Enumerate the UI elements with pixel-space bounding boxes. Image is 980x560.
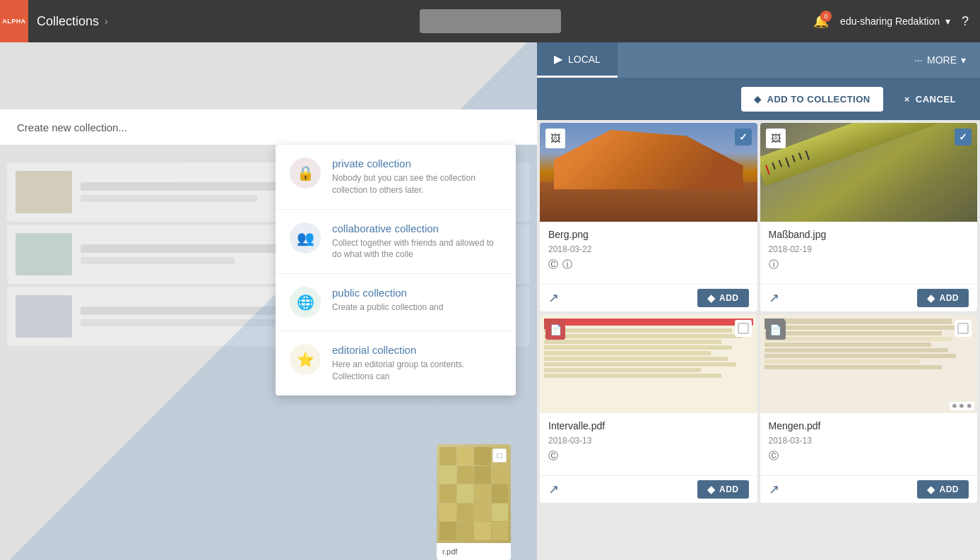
massband-info-icon: ⓘ <box>769 258 779 271</box>
collaborative-collection-text: collaborative collection Collect togethe… <box>332 222 502 261</box>
cancel-button[interactable]: × CANCEL <box>892 87 969 112</box>
berg-filename: Berg.png <box>548 229 749 240</box>
massband-date: 2018-02-19 <box>769 244 969 254</box>
partial-pdf-card: □ r.pdf <box>437 444 511 560</box>
berg-cc-icon: Ⓒ <box>548 258 558 271</box>
tab-more[interactable]: ··· MORE ▾ <box>900 42 980 78</box>
massband-add-icon: ◆ <box>927 292 935 304</box>
berg-img-icon: 🖼 <box>545 129 565 148</box>
dropdown-item-private[interactable]: 🔒 private collection Nobody but you can … <box>276 145 516 210</box>
intervalle-date: 2018-03-13 <box>548 436 749 446</box>
group-icon: 👥 <box>297 230 314 246</box>
add-collection-icon: ◆ <box>754 94 762 105</box>
mengen-date: 2018-03-13 <box>769 436 969 446</box>
star-icon: ⭐ <box>297 351 314 368</box>
dropdown-item-editorial[interactable]: ⭐ editorial collection Here an editorial… <box>276 331 516 395</box>
mengen-cc-icon: Ⓒ <box>769 450 779 463</box>
more-chevron-icon: ▾ <box>961 54 966 66</box>
berg-date: 2018-03-22 <box>548 244 749 254</box>
editorial-icon-circle: ⭐ <box>290 344 321 375</box>
collection-type-dropdown: 🔒 private collection Nobody but you can … <box>276 145 516 395</box>
massband-share-icon[interactable]: ↗ <box>769 290 779 306</box>
massband-add-label: ADD <box>940 293 960 303</box>
massband-checkbox[interactable] <box>955 129 972 145</box>
intervalle-add-label: ADD <box>719 484 739 494</box>
file-card-berg: 🖼 Berg.png 2018-03-22 Ⓒ ⓘ ↗ ◆ ADD <box>540 123 757 311</box>
create-new-collection-bar[interactable]: Create new collection... <box>0 109 537 145</box>
berg-info-icon: ⓘ <box>562 258 572 271</box>
public-collection-text: public collection Create a public collec… <box>332 287 443 314</box>
berg-add-icon: ◆ <box>707 292 716 304</box>
berg-add-button[interactable]: ◆ ADD <box>697 289 749 307</box>
intervalle-add-icon: ◆ <box>707 484 716 495</box>
mengen-add-label: ADD <box>940 484 960 494</box>
intervalle-checkbox[interactable] <box>735 320 752 337</box>
collaborative-icon-circle: 👥 <box>290 222 321 254</box>
file-grid: 🖼 Berg.png 2018-03-22 Ⓒ ⓘ ↗ ◆ ADD <box>537 120 980 560</box>
file-card-mengen: PDF ✱ ✱ ✱ 📄 Mengen.pdf 2018-03-13 Ⓒ ↗ ◆ … <box>760 314 978 503</box>
user-chevron-icon: ▾ <box>945 16 950 27</box>
mengen-img-icon: 📄 <box>766 320 786 340</box>
intervalle-cc-icon: Ⓒ <box>548 450 558 463</box>
left-panel: Create new collection... 🔒 private colle… <box>0 42 537 560</box>
user-name-label: edu-sharing Redaktion <box>840 16 940 27</box>
file-card-massband: 🖼 Maßband.jpg 2018-02-19 ⓘ ↗ ◆ ADD <box>760 123 978 311</box>
intervalle-add-button[interactable]: ◆ ADD <box>697 480 749 499</box>
breadcrumb-chevron: › <box>105 16 108 27</box>
massband-add-button[interactable]: ◆ ADD <box>917 289 969 307</box>
header-search-box[interactable] <box>420 9 561 33</box>
local-tab-label: LOCAL <box>568 54 601 65</box>
local-tab-icon: ▶ <box>554 52 562 66</box>
mengen-add-icon: ◆ <box>927 484 935 495</box>
app-title: Collections › <box>37 14 108 29</box>
public-icon-circle: 🌐 <box>290 287 321 318</box>
editorial-collection-text: editorial collection Here an editorial g… <box>332 344 502 383</box>
dropdown-item-public[interactable]: 🌐 public collection Create a public coll… <box>276 274 516 331</box>
add-collection-label: ADD TO COLLECTION <box>767 94 870 105</box>
lock-icon: 🔒 <box>297 165 314 181</box>
dropdown-item-collaborative[interactable]: 👥 collaborative collection Collect toget… <box>276 210 516 275</box>
intervalle-img-icon: 📄 <box>545 320 565 340</box>
massband-img-icon: 🖼 <box>766 129 786 148</box>
globe-icon: 🌐 <box>297 294 314 311</box>
partial-card-label: r.pdf <box>437 543 511 560</box>
intervalle-share-icon[interactable]: ↗ <box>548 482 559 497</box>
mengen-checkbox[interactable] <box>955 320 972 337</box>
private-collection-text: private collection Nobody but you can se… <box>332 157 502 196</box>
berg-share-icon[interactable]: ↗ <box>548 290 559 306</box>
action-bar: ◆ ADD TO COLLECTION × CANCEL <box>537 78 980 120</box>
intervalle-filename: Intervalle.pdf <box>548 420 749 431</box>
help-button[interactable]: ? <box>962 14 969 29</box>
mengen-filename: Mengen.pdf <box>769 420 969 431</box>
berg-checkbox[interactable] <box>735 129 752 145</box>
create-new-label: Create new collection... <box>17 121 127 133</box>
app-header: ALPHA Collections › 🔔 0 edu-sharing Reda… <box>0 0 980 42</box>
mengen-share-icon[interactable]: ↗ <box>769 482 779 497</box>
massband-filename: Maßband.jpg <box>769 229 969 240</box>
tab-local[interactable]: ▶ LOCAL <box>537 42 618 78</box>
notification-bell[interactable]: 🔔 0 <box>813 13 829 29</box>
more-icon: ··· <box>914 54 923 66</box>
mengen-add-button[interactable]: ◆ ADD <box>917 480 969 499</box>
add-to-collection-button[interactable]: ◆ ADD TO COLLECTION <box>741 87 883 112</box>
tab-bar: ▶ LOCAL ··· MORE ▾ <box>537 42 980 78</box>
cancel-label: CANCEL <box>916 94 956 105</box>
app-logo: ALPHA <box>0 0 28 42</box>
bell-badge: 0 <box>820 11 832 22</box>
user-menu[interactable]: edu-sharing Redaktion ▾ <box>840 16 950 27</box>
file-card-intervalle: PDF 📄 Intervalle.pdf 2018-03-13 Ⓒ ↗ ◆ AD… <box>540 314 757 503</box>
private-icon-circle: 🔒 <box>290 157 321 189</box>
cancel-icon: × <box>904 94 910 105</box>
more-label: MORE <box>927 54 957 66</box>
berg-add-label: ADD <box>719 293 739 303</box>
